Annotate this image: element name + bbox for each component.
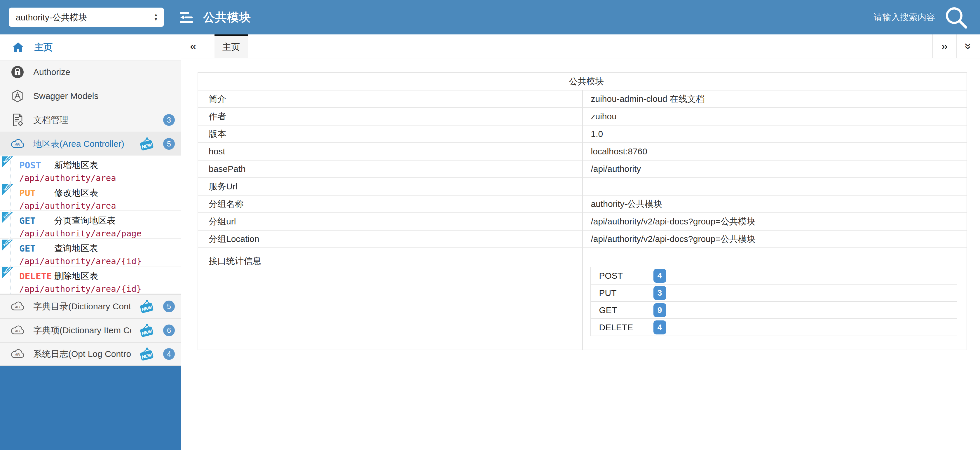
module-info-table: 公共模块 简介 zuihou-admin-cloud 在线文档 作者 zuiho… [197, 72, 967, 350]
table-row: PUT 3 [591, 284, 957, 302]
sidebar-item-home[interactable]: 主页 [0, 35, 181, 60]
group-select[interactable]: authority-公共模块 [9, 8, 164, 27]
endpoint-get-area-page[interactable]: NEW GET 分页查询地区表 /api/authority/area/page [0, 211, 181, 239]
new-badge-icon [139, 347, 154, 361]
stats-count-badge: 3 [654, 286, 666, 300]
sidebar-item-label: 系统日志(Opt Log Controller) [33, 348, 131, 360]
method-label: PUT [19, 188, 54, 198]
row-label: 分组url [198, 213, 582, 230]
main-content: « 主页 » » 公共模块 简介 zuihou-admin-cloud 在线文档… [181, 35, 980, 450]
table-row: 服务Url [198, 178, 967, 195]
endpoint-name: 新增地区表 [54, 159, 98, 171]
endpoint-name: 查询地区表 [54, 243, 98, 254]
table-row: 作者 zuihou [198, 108, 967, 125]
stats-count-cell: 4 [645, 319, 957, 336]
method-label: GET [19, 215, 54, 226]
new-ribbon-icon: NEW [2, 267, 13, 278]
row-label: 服务Url [198, 178, 582, 195]
new-ribbon-icon: NEW [2, 240, 13, 250]
row-label: 作者 [198, 108, 582, 125]
row-label: basePath [198, 160, 582, 178]
new-ribbon-icon: NEW [2, 184, 13, 195]
row-value: 1.0 [582, 125, 967, 143]
top-header: authority-公共模块 ▲▼ 公共模块 [0, 0, 980, 35]
row-value: /api/authority/v2/api-docs?group=公共模块 [582, 213, 967, 230]
table-row: 简介 zuihou-admin-cloud 在线文档 [198, 90, 967, 108]
endpoint-name: 删除地区表 [54, 270, 98, 282]
api-cloud-icon [10, 138, 25, 149]
row-value: zuihou-admin-cloud 在线文档 [582, 90, 967, 108]
row-value: zuihou [582, 108, 967, 125]
count-badge: 6 [163, 324, 175, 336]
lock-icon [10, 65, 25, 79]
endpoint-path: /api/authority/area/{id} [19, 256, 181, 266]
api-cloud-icon [10, 301, 25, 312]
search-input[interactable] [810, 12, 935, 22]
new-badge-icon [139, 137, 154, 151]
endpoint-list: NEW POST 新增地区表 /api/authority/area NEW P… [0, 156, 181, 294]
tabs-collapse-button[interactable]: » [956, 35, 980, 58]
sidebar-item-swagger-models[interactable]: Swagger Models [0, 84, 181, 108]
row-value: /api/authority [582, 160, 967, 178]
sidebar-item-label: 主页 [35, 41, 52, 53]
row-label: 分组名称 [198, 195, 582, 213]
search-icon[interactable] [943, 4, 969, 30]
count-badge: 3 [163, 114, 175, 126]
tabs-scroll-right-button[interactable]: » [932, 35, 956, 58]
table-row: GET 9 [591, 302, 957, 319]
row-label: 版本 [198, 125, 582, 143]
endpoint-post-area[interactable]: NEW POST 新增地区表 /api/authority/area [0, 156, 181, 183]
count-badge: 4 [163, 348, 175, 360]
sidebar-item-opt-log-controller[interactable]: 系统日志(Opt Log Controller) 4 [0, 342, 181, 366]
endpoint-path: /api/authority/area [19, 173, 181, 183]
sidebar-item-label: 字典项(Dictionary Item Controller) [33, 324, 131, 337]
api-cloud-icon [10, 325, 25, 336]
sidebar-item-dictionary-controller[interactable]: 字典目录(Dictionary Controller) 5 [0, 294, 181, 318]
swagger-models-icon [10, 89, 25, 103]
document-settings-icon [10, 113, 25, 127]
stats-method: PUT [591, 284, 645, 302]
stats-count-badge: 9 [654, 303, 666, 317]
endpoint-name: 修改地区表 [54, 187, 98, 199]
tab-bar: « 主页 » » [181, 35, 980, 58]
new-ribbon-icon: NEW [2, 156, 13, 167]
table-row: DELETE 4 [591, 319, 957, 336]
stats-method: GET [591, 302, 645, 319]
sidebar-item-area-controller[interactable]: 地区表(Area Controller) 5 [0, 132, 181, 156]
doc-overview: 公共模块 简介 zuihou-admin-cloud 在线文档 作者 zuiho… [181, 58, 980, 350]
table-row: 接口统计信息 POST 4 PUT 3 GET 9 [198, 248, 967, 350]
table-row: host localhost:8760 [198, 143, 967, 160]
tabs-scroll-left-button[interactable]: « [181, 35, 205, 58]
stats-count-cell: 3 [645, 284, 957, 302]
home-icon [11, 41, 26, 53]
method-label: POST [19, 160, 54, 170]
sidebar-item-doc-manage[interactable]: 文档管理 3 [0, 108, 181, 132]
sidebar-background [0, 366, 181, 450]
table-row: 分组名称 authority-公共模块 [198, 195, 967, 213]
table-row: 版本 1.0 [198, 125, 967, 143]
table-row: POST 4 [591, 267, 957, 284]
new-ribbon-icon: NEW [2, 212, 13, 223]
tab-home[interactable]: 主页 [215, 35, 248, 58]
row-label: 简介 [198, 90, 582, 108]
sidebar-item-dictionary-item-controller[interactable]: 字典项(Dictionary Item Controller) 6 [0, 318, 181, 342]
sidebar-item-authorize[interactable]: Authorize [0, 60, 181, 84]
sidebar-item-label: Swagger Models [33, 91, 175, 101]
brand: 公共模块 [179, 10, 251, 25]
row-label: 分组Location [198, 230, 582, 248]
row-label: host [198, 143, 582, 160]
endpoint-delete-area-id[interactable]: NEW DELETE 删除地区表 /api/authority/area/{id… [0, 266, 181, 294]
endpoint-get-area-id[interactable]: NEW GET 查询地区表 /api/authority/area/{id} [0, 239, 181, 266]
endpoint-put-area[interactable]: NEW PUT 修改地区表 /api/authority/area [0, 183, 181, 211]
menu-collapse-icon[interactable] [179, 11, 196, 24]
page-title: 公共模块 [203, 10, 251, 25]
stats-count-badge: 4 [654, 320, 666, 334]
table-row: 公共模块 [198, 73, 967, 90]
row-value: localhost:8760 [582, 143, 967, 160]
sidebar: 主页 Authorize Swagger Models [0, 35, 181, 450]
sidebar-item-label: 文档管理 [33, 114, 155, 126]
double-chevron-down-icon: » [962, 43, 975, 49]
endpoint-path: /api/authority/area/{id} [19, 284, 181, 294]
endpoint-path: /api/authority/area [19, 201, 181, 211]
api-stats-table: POST 4 PUT 3 GET 9 DELETE [590, 267, 958, 336]
